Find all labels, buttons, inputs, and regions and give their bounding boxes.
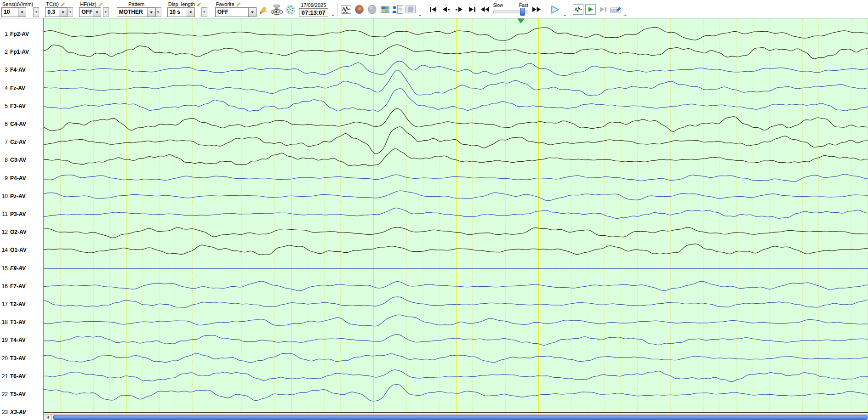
waveform-window-button[interactable] (340, 3, 352, 16)
tc-dropdown-button[interactable] (59, 8, 67, 17)
favorite-combobox[interactable]: OFF (215, 7, 257, 17)
review-waveform-button[interactable] (573, 4, 583, 15)
channel-row[interactable]: 22T5-AV (0, 390, 43, 398)
channel-row[interactable]: 11P3-AV (0, 210, 43, 218)
scrollbar-thumb[interactable] (53, 415, 868, 420)
rewind-button[interactable] (479, 3, 491, 16)
mini-map-button[interactable] (379, 3, 391, 16)
datetime-display: 17/09/2025 07:13:07 (299, 2, 328, 17)
channel-row[interactable]: 6C4-AV (0, 120, 43, 128)
hf-combobox[interactable]: OFF (79, 7, 101, 17)
play-mode-button[interactable] (585, 4, 596, 15)
head-model-button[interactable] (366, 3, 378, 16)
patient-info-button[interactable] (392, 3, 404, 16)
hf-value: OFF (80, 8, 93, 17)
tc-value: 0.3 (46, 8, 59, 17)
hf-group: HF(Hz) OFF (79, 1, 103, 17)
channel-row[interactable]: 2Fp1-AV (0, 48, 43, 56)
topo-map-button[interactable] (353, 3, 365, 16)
channel-number: 11 (0, 211, 8, 217)
hf-dropdown-button[interactable] (93, 8, 101, 17)
channel-row[interactable]: 18T1-AV (0, 318, 43, 326)
channel-row[interactable]: 9P4-AV (0, 174, 43, 182)
disp-length-combobox[interactable]: 10 s (167, 7, 195, 17)
next-event-button[interactable] (597, 3, 609, 16)
channel-number: 9 (0, 175, 8, 182)
channel-label-column: 1Fp2-AV2Fp1-AV3F4-AV4Fz-AV5F3-AV6C4-AV7C… (0, 18, 44, 420)
toolbar: Sens(uV/mm) 10 TC(s) 0.3 (0, 0, 868, 18)
channel-label: C3-AV (10, 157, 26, 163)
montage-globe-button[interactable] (285, 3, 297, 16)
channel-label: P3-AV (10, 211, 26, 217)
eeg-traces-canvas[interactable] (44, 18, 868, 420)
gray-next-icon (599, 6, 607, 12)
edit-pencil-icon (196, 2, 201, 7)
stamp-off-button[interactable]: OFF (271, 5, 283, 15)
chevron-left-icon (47, 416, 49, 419)
channel-label: O2-AV (10, 229, 27, 235)
scroll-left-button[interactable] (44, 414, 52, 420)
eeg-trace-area[interactable] (44, 18, 868, 420)
channel-row[interactable]: 12O2-AV (0, 228, 43, 236)
channel-row[interactable]: 10Pz-AV (0, 192, 43, 200)
speed-slider[interactable]: Slow Fast (492, 3, 529, 17)
channel-number: 17 (0, 301, 8, 307)
channel-row[interactable]: 21T6-AV (0, 372, 43, 380)
sens-mini-dropdown[interactable] (33, 7, 39, 17)
disp-length-mini-dropdown[interactable] (201, 7, 207, 17)
channel-row[interactable]: 15F8-AV (0, 264, 43, 272)
fast-forward-icon (532, 6, 541, 12)
favorite-dropdown-button[interactable] (248, 8, 256, 17)
measure-pencil-button[interactable] (257, 3, 269, 16)
tc-mini-dropdown[interactable] (67, 7, 73, 17)
horizontal-scrollbar[interactable] (44, 414, 868, 420)
sens-dropdown-button[interactable] (18, 8, 26, 17)
pattern-mini-dropdown[interactable] (155, 7, 161, 17)
channel-row[interactable]: 23X3-AV (0, 408, 43, 416)
keyboard-settings-button[interactable] (610, 3, 622, 16)
tc-combobox[interactable]: 0.3 (45, 7, 67, 17)
disp-length-group: Disp. length 10 s (167, 1, 201, 17)
channel-number: 10 (0, 193, 8, 199)
channel-number: 15 (0, 265, 8, 272)
channel-label: F8-AV (10, 265, 26, 272)
channel-row[interactable]: 19T4-AV (0, 336, 43, 344)
video-button[interactable] (405, 3, 417, 16)
channel-row[interactable]: 4Fz-AV (0, 84, 43, 92)
time-marker-triangle[interactable] (517, 18, 525, 23)
sens-combobox[interactable]: 10 (1, 7, 26, 17)
channel-row[interactable]: 8C3-AV (0, 156, 43, 164)
hf-mini-dropdown[interactable] (103, 7, 109, 17)
channel-row[interactable]: 5F3-AV (0, 102, 43, 110)
fast-forward-button[interactable] (531, 3, 542, 16)
channel-row[interactable]: 14O1-AV (0, 246, 43, 254)
channel-label: F3-AV (10, 103, 26, 109)
pattern-combobox[interactable]: MOTHER (117, 7, 155, 17)
pattern-value: MOTHER (117, 8, 147, 17)
slider-thumb[interactable] (520, 8, 525, 16)
skip-start-icon (429, 6, 437, 12)
play-more-caret[interactable]: ⌄ (563, 12, 567, 17)
step-back-button[interactable] (440, 3, 452, 16)
skip-to-end-button[interactable] (466, 3, 478, 16)
channel-row[interactable]: 20T3-AV (0, 354, 43, 363)
datetime-more-caret[interactable]: ⌄ (331, 12, 335, 17)
channel-row[interactable]: 17T2-AV (0, 300, 43, 308)
channel-row[interactable]: 16F7-AV (0, 282, 43, 290)
skip-to-start-button[interactable] (428, 3, 440, 16)
channel-label: Pz-AV (10, 193, 26, 199)
play-button[interactable] (548, 4, 562, 16)
pattern-group: Pattern MOTHER (117, 1, 155, 17)
step-forward-button[interactable] (453, 3, 465, 16)
pattern-dropdown-button[interactable] (147, 8, 155, 17)
tools-more-caret[interactable]: ⌄ (623, 12, 627, 17)
channel-row[interactable]: 7Cz-AV (0, 138, 43, 146)
channel-number: 12 (0, 229, 8, 235)
windows-more-caret[interactable]: ⌄ (418, 12, 422, 17)
sens-label: Sens(uV/mm) (1, 1, 33, 7)
mini-map-icon (381, 6, 389, 13)
disp-length-dropdown-button[interactable] (187, 8, 194, 17)
main-content: 1Fp2-AV2Fp1-AV3F4-AV4Fz-AV5F3-AV6C4-AV7C… (0, 18, 868, 420)
channel-row[interactable]: 1Fp2-AV (0, 30, 43, 38)
channel-row[interactable]: 3F4-AV (0, 66, 43, 74)
